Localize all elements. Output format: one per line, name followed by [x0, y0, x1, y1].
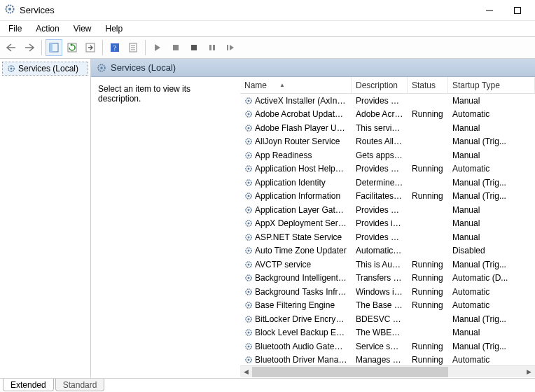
- svg-rect-15: [191, 45, 197, 50]
- tree-item-services-local[interactable]: Services (Local): [2, 62, 88, 76]
- service-description: Determines ...: [352, 178, 408, 188]
- title-bar: Services: [0, 0, 535, 21]
- gear-icon: [244, 124, 253, 132]
- refresh-button[interactable]: [64, 39, 81, 56]
- back-button[interactable]: [3, 39, 20, 56]
- minimize-button[interactable]: [482, 3, 497, 18]
- service-description: Provides su...: [352, 232, 408, 242]
- gear-icon: [244, 110, 253, 118]
- service-startup: Automatic: [448, 287, 535, 297]
- service-status: Running: [408, 109, 448, 119]
- service-startup: Manual: [448, 96, 535, 106]
- menu-file[interactable]: File: [3, 22, 27, 35]
- sort-ascending-icon: ▲: [279, 82, 285, 88]
- properties-button[interactable]: [125, 39, 141, 56]
- description-pane: Select an item to view its description.: [91, 77, 240, 378]
- menu-action[interactable]: Action: [30, 22, 64, 35]
- start-service-button[interactable]: [149, 39, 166, 56]
- gear-icon: [7, 64, 15, 73]
- service-name: Adobe Acrobat Update Serv...: [255, 109, 347, 119]
- svg-text:?: ?: [113, 43, 117, 52]
- restart-service-button[interactable]: [222, 39, 239, 56]
- pause-service-button[interactable]: [204, 39, 221, 56]
- gear-icon: [244, 274, 253, 282]
- export-list-button[interactable]: [82, 39, 99, 56]
- service-row[interactable]: ASP.NET State ServiceProvides su...Manua…: [240, 230, 535, 244]
- service-name: App Readiness: [255, 150, 347, 160]
- service-row[interactable]: AppX Deployment Service (...Provides inf…: [240, 217, 535, 231]
- service-row[interactable]: Block Level Backup Engine ...The WBENG..…: [240, 326, 535, 340]
- column-header-description[interactable]: Description: [352, 77, 408, 93]
- service-name: BitLocker Drive Encryption ...: [255, 314, 347, 324]
- service-row[interactable]: Adobe Acrobat Update Serv...Adobe Acro..…: [240, 108, 535, 122]
- service-row[interactable]: Application Layer Gateway ...Provides su…: [240, 203, 535, 217]
- maximize-button[interactable]: [510, 3, 525, 18]
- gear-icon: [244, 342, 253, 351]
- service-startup: Manual (Trig...: [448, 136, 535, 146]
- service-row[interactable]: BitLocker Drive Encryption ...BDESVC hos…: [240, 312, 535, 326]
- stop-service-button[interactable]: [167, 39, 184, 56]
- list-rows[interactable]: ActiveX Installer (AxInstSV)Provides Us.…: [240, 94, 535, 365]
- column-header-label: Status: [412, 80, 436, 90]
- service-status: Running: [408, 273, 448, 283]
- service-row[interactable]: Application InformationFacilitates t...R…: [240, 190, 535, 204]
- gear-icon: [244, 315, 253, 323]
- service-row[interactable]: Auto Time Zone UpdaterAutomatica...Disab…: [240, 244, 535, 258]
- svg-rect-17: [213, 45, 215, 50]
- service-description: Adobe Acro...: [352, 109, 408, 119]
- service-row[interactable]: Bluetooth Driver Managem...Manages BT...…: [240, 354, 535, 366]
- column-header-label: Name: [244, 80, 267, 90]
- stop-service-button-2[interactable]: [186, 39, 202, 56]
- scrollbar-thumb[interactable]: [252, 367, 448, 377]
- menu-help[interactable]: Help: [100, 22, 129, 35]
- tab-extended[interactable]: Extended: [3, 379, 54, 391]
- service-description: Windows in...: [352, 287, 408, 297]
- service-row[interactable]: AllJoyn Router ServiceRoutes AllJo...Man…: [240, 135, 535, 149]
- service-row[interactable]: Adobe Flash Player Update ...This servic…: [240, 121, 535, 135]
- scroll-left-icon[interactable]: ◀: [240, 366, 252, 378]
- toolbar: ?: [0, 36, 535, 59]
- service-name: Background Tasks Infrastru...: [255, 287, 347, 297]
- column-header-name[interactable]: Name ▲: [240, 77, 352, 93]
- scroll-right-icon[interactable]: ▶: [523, 366, 535, 378]
- svg-rect-16: [209, 45, 211, 50]
- tab-standard[interactable]: Standard: [55, 379, 105, 391]
- service-name: Block Level Backup Engine ...: [255, 328, 347, 337]
- horizontal-scrollbar[interactable]: ◀ ▶: [240, 365, 535, 377]
- column-header-startup[interactable]: Startup Type: [448, 77, 535, 93]
- toolbar-separator: [41, 40, 42, 55]
- service-description: The Base Fil...: [352, 300, 408, 310]
- service-name: AllJoyn Router Service: [255, 136, 347, 146]
- service-row[interactable]: Background Tasks Infrastru...Windows in.…: [240, 285, 535, 299]
- service-row[interactable]: AVCTP serviceThis is Audi...RunningManua…: [240, 258, 535, 272]
- service-row[interactable]: Application IdentityDetermines ...Manual…: [240, 176, 535, 190]
- service-startup: Automatic: [448, 164, 535, 174]
- service-row[interactable]: Background Intelligent Tran...Transfers …: [240, 272, 535, 286]
- detail-body: Select an item to view its description. …: [91, 77, 535, 378]
- service-row[interactable]: App ReadinessGets apps re...Manual: [240, 148, 535, 162]
- detail-pane: Services (Local) Select an item to view …: [91, 59, 535, 378]
- forward-button[interactable]: [21, 39, 38, 56]
- menu-view[interactable]: View: [68, 22, 97, 35]
- svg-rect-5: [50, 43, 53, 52]
- column-header-label: Description: [356, 80, 398, 90]
- service-description: Provides inf...: [352, 218, 408, 228]
- service-row[interactable]: ActiveX Installer (AxInstSV)Provides Us.…: [240, 94, 535, 108]
- window-controls: [482, 3, 531, 18]
- service-status: Running: [408, 191, 448, 201]
- show-hide-tree-button[interactable]: [46, 39, 62, 56]
- main-body: Services (Local) Services (Local) Select…: [0, 59, 535, 378]
- service-row[interactable]: Application Host Helper Ser...Provides a…: [240, 162, 535, 176]
- service-description: Service sup...: [352, 342, 408, 351]
- tab-strip: Extended Standard: [0, 378, 535, 392]
- service-description: Transfers fil...: [352, 273, 408, 283]
- help-button[interactable]: ?: [106, 39, 123, 56]
- gear-icon: [244, 206, 253, 214]
- service-startup: Manual (Trig...: [448, 342, 535, 351]
- column-header-status[interactable]: Status: [408, 77, 448, 93]
- service-row[interactable]: Bluetooth Audio Gateway S...Service sup.…: [240, 340, 535, 354]
- tree-item-label: Services (Local): [18, 64, 78, 74]
- service-row[interactable]: Base Filtering EngineThe Base Fil...Runn…: [240, 299, 535, 313]
- service-name: Background Intelligent Tran...: [255, 273, 347, 283]
- gear-icon: [244, 301, 253, 309]
